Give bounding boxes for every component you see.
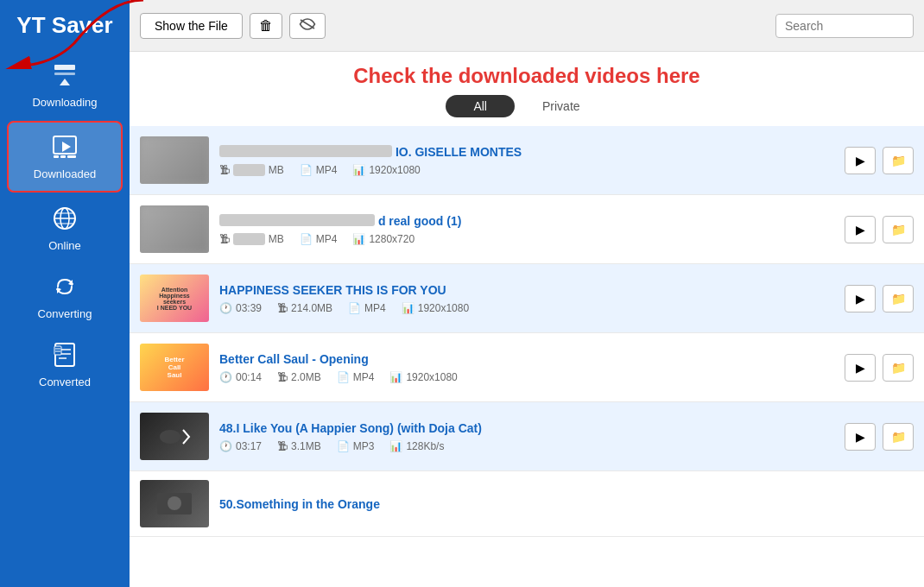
resolution-icon: 📊 xyxy=(389,440,402,452)
video-thumbnail: BetterCallSaul xyxy=(140,344,209,391)
format-value: MP3 xyxy=(353,440,375,452)
sidebar-item-online-label: Online xyxy=(48,239,81,252)
play-button[interactable]: ▶ xyxy=(845,147,876,174)
folder-button[interactable]: 📁 xyxy=(883,216,914,243)
videos-list: IO. GISELLE MONTES 🗜 MB 📄 MP4 📊 xyxy=(130,126,924,587)
video-info: 50.Something in the Orange xyxy=(219,497,914,511)
svg-rect-0 xyxy=(54,65,75,70)
video-info: HAPPINESS SEEKER THIS IS FOR YOU 🕐 03:39… xyxy=(219,283,834,314)
format-icon: 📄 xyxy=(300,164,313,176)
video-thumbnail xyxy=(140,480,209,527)
downloading-icon xyxy=(51,61,79,92)
format-value: MP4 xyxy=(316,164,338,176)
row-actions: ▶ 📁 xyxy=(845,216,914,243)
play-button[interactable]: ▶ xyxy=(845,354,876,382)
file-size-icon: 🗜 xyxy=(277,371,288,383)
resolution-value: 128Kb/s xyxy=(406,440,444,452)
video-title: 48.I Like You (A Happier Song) (with Doj… xyxy=(219,421,834,435)
delete-button[interactable]: 🗑 xyxy=(250,13,282,39)
meta-format: 📄 MP4 xyxy=(337,371,375,383)
tab-all[interactable]: All xyxy=(446,95,515,117)
meta-format: 📄 MP3 xyxy=(337,440,375,452)
show-file-button[interactable]: Show the File xyxy=(140,13,243,39)
format-icon: 📄 xyxy=(300,233,313,245)
file-size-icon: 🗜 xyxy=(277,440,288,452)
duration-value: 00:14 xyxy=(236,371,262,383)
title-blurred xyxy=(219,214,375,226)
meta-format: 📄 MP4 xyxy=(348,302,386,314)
sidebar-item-converted[interactable]: Converted xyxy=(0,331,130,399)
resolution-value: 1280x720 xyxy=(369,233,415,245)
video-meta: 🗜 MB 📄 MP4 📊 1280x720 xyxy=(219,233,834,245)
format-icon: 📄 xyxy=(337,440,350,452)
sidebar-item-online[interactable]: Online xyxy=(0,194,130,262)
converting-icon xyxy=(51,273,79,304)
resolution-icon: 📊 xyxy=(402,302,415,314)
meta-size: 🗜 3.1MB xyxy=(277,440,321,452)
video-meta: 🕐 03:17 🗜 3.1MB 📄 MP3 📊 128Kb/s xyxy=(219,440,834,452)
folder-button[interactable]: 📁 xyxy=(883,285,914,312)
banner-area: Check the downloaded videos here All Pri… xyxy=(130,52,924,126)
meta-size: 🗜 214.0MB xyxy=(277,302,332,314)
video-meta: 🕐 00:14 🗜 2.0MB 📄 MP4 📊 1920x1080 xyxy=(219,371,834,383)
converted-icon xyxy=(51,341,79,372)
online-icon xyxy=(51,205,79,236)
folder-button[interactable]: 📁 xyxy=(883,423,914,451)
meta-resolution: 📊 1920x1080 xyxy=(352,164,420,176)
video-thumbnail xyxy=(140,136,209,184)
format-value: MP4 xyxy=(316,233,338,245)
main-content: Show the File 🗑 Check the downloaded vid… xyxy=(130,0,924,587)
banner-title: Check the downloaded videos here xyxy=(143,60,910,95)
svg-point-24 xyxy=(160,430,180,444)
sidebar-item-downloaded[interactable]: Downloaded xyxy=(7,121,123,193)
size-blurred xyxy=(233,233,265,245)
sidebar-item-downloading[interactable]: Downloading xyxy=(0,51,130,119)
file-size-icon: 🗜 xyxy=(277,302,288,314)
video-meta: 🗜 MB 📄 MP4 📊 1920x1080 xyxy=(219,164,834,176)
downloaded-icon xyxy=(51,133,79,164)
hide-button[interactable] xyxy=(289,13,326,39)
file-size-icon: 🗜 xyxy=(219,164,230,176)
resolution-value: 1920x1080 xyxy=(369,164,420,176)
title-suffix: d real good (1) xyxy=(378,214,461,228)
sidebar-item-downloaded-label: Downloaded xyxy=(34,167,96,180)
svg-rect-7 xyxy=(67,155,76,158)
resolution-value: 1920x1080 xyxy=(406,371,457,383)
video-info: d real good (1) 🗜 MB 📄 MP4 📊 xyxy=(219,214,834,245)
meta-resolution: 📊 1280x720 xyxy=(352,233,415,245)
row-actions: ▶ 📁 xyxy=(845,423,914,451)
meta-resolution: 📊 1920x1080 xyxy=(389,371,457,383)
folder-button[interactable]: 📁 xyxy=(883,354,914,382)
table-row: BetterCallSaul Better Call Saul - Openin… xyxy=(130,333,924,402)
meta-format: 📄 MP4 xyxy=(300,164,338,176)
video-info: 48.I Like You (A Happier Song) (with Doj… xyxy=(219,421,834,452)
format-icon: 📄 xyxy=(337,371,350,383)
meta-duration: 🕐 00:14 xyxy=(219,371,262,383)
row-actions: ▶ 📁 xyxy=(845,147,914,174)
svg-marker-4 xyxy=(62,142,71,152)
play-button[interactable]: ▶ xyxy=(845,423,876,451)
size-value: 214.0MB xyxy=(291,302,332,314)
video-thumbnail xyxy=(140,413,209,460)
size-unit: MB xyxy=(269,164,284,176)
tab-private[interactable]: Private xyxy=(515,95,608,117)
meta-duration: 🕐 03:17 xyxy=(219,440,262,452)
title-suffix: IO. GISELLE MONTES xyxy=(396,145,522,159)
video-info: Better Call Saul - Opening 🕐 00:14 🗜 2.0… xyxy=(219,352,834,383)
folder-button[interactable]: 📁 xyxy=(883,147,914,174)
play-button[interactable]: ▶ xyxy=(845,216,876,243)
svg-rect-1 xyxy=(54,73,75,75)
search-input[interactable] xyxy=(775,14,914,38)
svg-rect-19 xyxy=(54,346,61,355)
size-blurred xyxy=(233,164,265,176)
sidebar-item-converting[interactable]: Converting xyxy=(0,262,130,331)
duration-value: 03:39 xyxy=(236,302,262,314)
play-button[interactable]: ▶ xyxy=(845,285,876,312)
video-title: d real good (1) xyxy=(219,214,834,228)
app-title: YT Saver xyxy=(0,0,130,51)
table-row: 48.I Like You (A Happier Song) (with Doj… xyxy=(130,402,924,471)
meta-resolution: 📊 1920x1080 xyxy=(402,302,469,314)
toolbar: Show the File 🗑 xyxy=(130,0,924,52)
svg-rect-6 xyxy=(60,155,66,158)
table-row: IO. GISELLE MONTES 🗜 MB 📄 MP4 📊 xyxy=(130,126,924,195)
